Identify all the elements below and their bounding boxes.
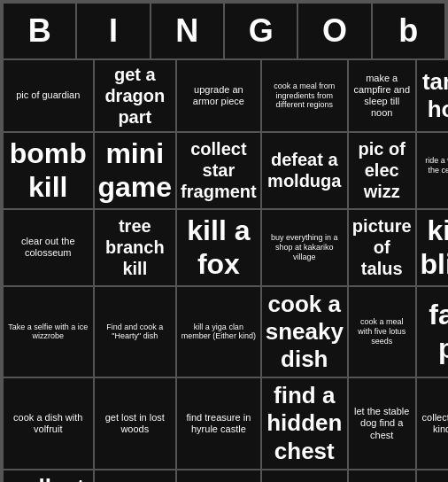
cell-r0-c4: make a campfire and sleep till noon [348,59,416,132]
cell-r4-c4: let the stable dog find a chest [348,377,416,470]
cell-r5-c4: kill an enemy with a headshot [348,470,416,482]
cell-r4-c1: get lost in lost woods [94,377,177,470]
cell-r2-c2: kill a fox [176,209,261,286]
cell-r0-c3: cook a meal from ingredients from differ… [261,59,348,132]
cell-r4-c5: collect 3 different kinds of fish [416,377,448,470]
cell-r0-c0: pic of guardian [3,59,94,132]
header-letter-o: O [297,3,371,59]
cell-r3-c4: cook a meal with five lotus seeds [348,286,416,378]
header-letter-g: G [224,3,297,59]
header-letter-b: b [372,3,445,59]
cell-r5-c1: deer [94,470,177,482]
cell-r2-c5: kill a blight [416,209,448,286]
cell-r2-c3: buy everything in a shop at kakariko vil… [261,209,348,286]
cell-r0-c1: get a dragon part [94,59,177,132]
cell-r2-c1: tree branch kill [94,209,177,286]
header-letter-n: N [151,3,224,59]
cell-r1-c2: collect star fragment [176,132,261,209]
header-letter-i: I [76,3,150,59]
cell-r5-c2: Complete a trial of the sword [176,470,261,482]
cell-r4-c2: find treasure in hyrule castle [176,377,261,470]
bingo-card: BINGOb pic of guardianget a dragon partu… [0,0,448,482]
cell-r1-c0: bomb kill [3,132,94,209]
cell-r0-c5: tame a horse [416,59,448,132]
cell-r3-c1: Find and cook a "Hearty" dish [94,286,177,378]
cell-r5-c5: find/buy an ancient weapon [416,470,448,482]
cell-r2-c4: picture of talus [348,209,416,286]
cell-r1-c3: defeat a molduga [261,132,348,209]
cell-r3-c0: Take a selfie with a ice wizzrobe [3,286,94,378]
bingo-grid: pic of guardianget a dragon partupgrade … [3,59,445,482]
bingo-header: BINGOb [3,3,445,59]
cell-r3-c2: kill a yiga clan member (Either kind) [176,286,261,378]
cell-r1-c1: mini game [94,132,177,209]
cell-r4-c0: cook a dish with volfruit [3,377,94,470]
cell-r3-c5: fairy pic [416,286,448,378]
cell-r1-c5: ride a wild horse to the central hyrule … [416,132,448,209]
cell-r5-c0: collect a mineral [3,470,94,482]
cell-r3-c3: cook a sneaky dish [261,286,348,378]
cell-r5-c3: die in death mountain volcano [261,470,348,482]
header-letter-b: B [3,3,76,59]
cell-r1-c4: pic of elec wizz [348,132,416,209]
cell-r0-c2: upgrade an armor piece [176,59,261,132]
cell-r2-c0: clear out the colosseum [3,209,94,286]
cell-r4-c3: find a hidden chest [261,377,348,470]
